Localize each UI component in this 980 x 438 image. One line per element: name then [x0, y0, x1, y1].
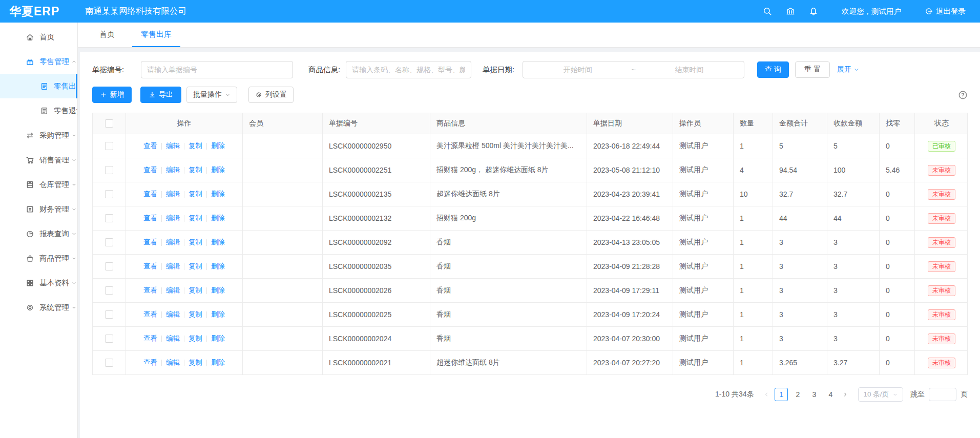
action-copy-link[interactable]: 复制	[189, 190, 202, 199]
sidebar-item-home[interactable]: 首页	[0, 25, 77, 49]
action-copy-link[interactable]: 复制	[189, 358, 202, 367]
action-edit-link[interactable]: 编辑	[166, 214, 180, 223]
row-checkbox[interactable]	[105, 359, 113, 367]
row-checkbox[interactable]	[105, 238, 113, 246]
action-edit-link[interactable]: 编辑	[166, 334, 180, 343]
action-edit-link[interactable]: 编辑	[166, 358, 180, 367]
action-edit-link[interactable]: 编辑	[166, 262, 180, 271]
action-copy-link[interactable]: 复制	[189, 286, 202, 295]
column-settings-button[interactable]: 列设置	[248, 87, 294, 103]
row-checkbox[interactable]	[105, 335, 113, 343]
row-checkbox[interactable]	[105, 142, 113, 150]
action-edit-link[interactable]: 编辑	[166, 310, 180, 319]
cell-member	[243, 327, 323, 350]
export-button[interactable]: 导出	[140, 87, 181, 103]
platform-icon[interactable]	[786, 7, 795, 16]
sidebar-item-report[interactable]: 报表查询	[0, 221, 77, 246]
sidebar-item-retail[interactable]: 零售管理	[0, 49, 77, 74]
sidebar-item-retail-return[interactable]: 零售退货	[0, 98, 77, 123]
action-view-link[interactable]: 查看	[143, 238, 157, 247]
bell-icon[interactable]	[809, 7, 818, 16]
search-icon[interactable]	[763, 7, 772, 16]
action-view-link[interactable]: 查看	[143, 214, 157, 223]
action-delete-link[interactable]: 删除	[211, 358, 225, 367]
sidebar-item-base-data[interactable]: 基本资料	[0, 270, 77, 295]
action-copy-link[interactable]: 复制	[189, 214, 202, 223]
action-view-link[interactable]: 查看	[143, 165, 157, 175]
action-copy-link[interactable]: 复制	[189, 262, 202, 271]
jump-page-input[interactable]	[929, 388, 956, 401]
page-size-select[interactable]: 10 条/页	[858, 387, 903, 402]
batch-ops-button[interactable]: 批量操作	[186, 87, 237, 103]
cell-received: 3	[827, 231, 880, 254]
action-edit-link[interactable]: 编辑	[166, 165, 180, 175]
sidebar-item-sale[interactable]: 销售管理	[0, 148, 77, 172]
add-button[interactable]: 新增	[92, 87, 132, 103]
row-checkbox[interactable]	[105, 166, 113, 174]
row-checkbox[interactable]	[105, 214, 113, 222]
row-checkbox[interactable]	[105, 190, 113, 198]
page-1-button[interactable]: 1	[775, 388, 788, 401]
action-view-link[interactable]: 查看	[143, 262, 157, 271]
start-date-input[interactable]	[527, 66, 628, 74]
status-badge: 未审核	[928, 237, 955, 248]
action-delete-link[interactable]: 删除	[211, 141, 225, 151]
action-separator	[184, 167, 184, 174]
row-checkbox[interactable]	[105, 286, 113, 295]
action-view-link[interactable]: 查看	[143, 358, 157, 367]
sidebar-item-purchase[interactable]: 采购管理	[0, 123, 77, 148]
cell-qty: 1	[734, 134, 773, 158]
sidebar-item-retail-outbound[interactable]: 零售出库	[0, 74, 77, 98]
page-2-button[interactable]: 2	[791, 388, 804, 401]
product-info-input[interactable]	[346, 61, 471, 78]
action-view-link[interactable]: 查看	[143, 141, 157, 151]
action-view-link[interactable]: 查看	[143, 286, 157, 295]
next-page-button[interactable]	[839, 391, 852, 398]
expand-link[interactable]: 展开	[837, 65, 860, 74]
logout-button[interactable]: 退出登录	[925, 7, 966, 16]
action-delete-link[interactable]: 删除	[211, 165, 225, 175]
reset-button[interactable]: 重 置	[795, 61, 830, 78]
action-copy-link[interactable]: 复制	[189, 334, 202, 343]
action-view-link[interactable]: 查看	[143, 190, 157, 199]
search-button[interactable]: 查 询	[757, 61, 789, 78]
action-edit-link[interactable]: 编辑	[166, 190, 180, 199]
sidebar-item-finance[interactable]: 财务管理	[0, 197, 77, 221]
action-view-link[interactable]: 查看	[143, 334, 157, 343]
page-4-button[interactable]: 4	[824, 388, 837, 401]
sidebar-item-system[interactable]: 系统管理	[0, 295, 77, 320]
row-checkbox[interactable]	[105, 310, 113, 319]
row-checkbox[interactable]	[105, 262, 113, 270]
action-copy-link[interactable]: 复制	[189, 238, 202, 247]
select-all-checkbox[interactable]	[105, 119, 113, 128]
action-separator	[206, 311, 207, 318]
action-view-link[interactable]: 查看	[143, 310, 157, 319]
sidebar-item-goods[interactable]: 商品管理	[0, 246, 77, 270]
tab-home[interactable]: 首页	[91, 23, 123, 47]
sidebar-item-warehouse[interactable]: 仓库管理	[0, 172, 77, 197]
action-copy-link[interactable]: 复制	[189, 141, 202, 151]
cell-bill-no: LSCK00000002024	[323, 327, 430, 350]
tab-retail-outbound[interactable]: 零售出库	[132, 23, 180, 47]
page-3-button[interactable]: 3	[807, 388, 821, 401]
action-delete-link[interactable]: 删除	[211, 262, 225, 271]
action-delete-link[interactable]: 删除	[211, 190, 225, 199]
prev-page-button[interactable]	[760, 391, 773, 398]
action-edit-link[interactable]: 编辑	[166, 238, 180, 247]
help-icon[interactable]	[958, 90, 968, 100]
action-delete-link[interactable]: 删除	[211, 334, 225, 343]
table-row: 查看编辑复制删除 LSCK00000002092 香烟 2023-04-13 2…	[93, 230, 967, 254]
app-root: 华夏ERP 南通某某网络科技有限公司 欢迎您，测试用户 退出登录 首页 零售管理…	[0, 0, 980, 438]
action-copy-link[interactable]: 复制	[189, 165, 202, 175]
action-delete-link[interactable]: 删除	[211, 286, 225, 295]
action-delete-link[interactable]: 删除	[211, 214, 225, 223]
action-delete-link[interactable]: 删除	[211, 238, 225, 247]
date-range-picker[interactable]: ~	[523, 61, 744, 78]
action-copy-link[interactable]: 复制	[189, 310, 202, 319]
end-date-input[interactable]	[639, 66, 740, 74]
cell-product: 超迷你维达面纸 8片	[430, 182, 587, 206]
action-edit-link[interactable]: 编辑	[166, 286, 180, 295]
action-delete-link[interactable]: 删除	[211, 310, 225, 319]
bill-no-input[interactable]	[141, 61, 293, 78]
action-edit-link[interactable]: 编辑	[166, 141, 180, 151]
